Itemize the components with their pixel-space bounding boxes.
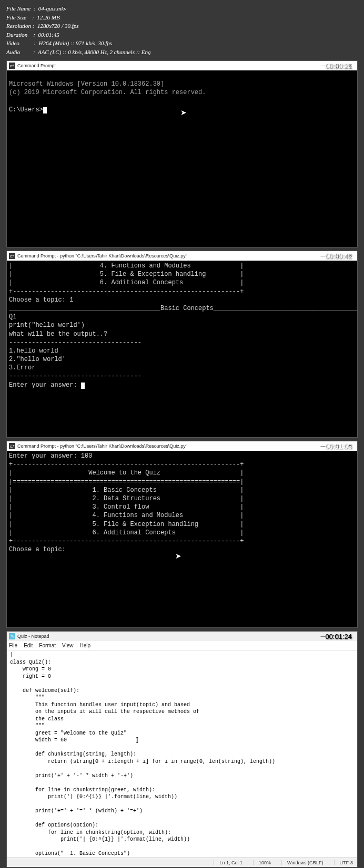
cmd-icon: c:\	[9, 63, 15, 69]
terminal-body[interactable]: Enter your answer: 100 +----------------…	[7, 451, 357, 555]
timestamp-overlay: 00:01:24	[325, 633, 352, 640]
status-position: Ln 1, Col 1	[214, 860, 242, 865]
terminal-body[interactable]: Microsoft Windows [Version 10.0.18362.30…	[7, 70, 357, 123]
status-eol: Windows (CRLF)	[281, 860, 323, 865]
status-encoding: UTF-8	[334, 860, 353, 865]
cursor-icon	[81, 383, 85, 389]
cmd-icon: c:\	[9, 443, 15, 449]
window-title: Quiz - Notepad	[17, 634, 316, 639]
window-title: Command Prompt - python "C:\Users\Tahir …	[17, 443, 316, 449]
text-caret-icon: I	[136, 736, 138, 745]
menu-edit[interactable]: Edit	[24, 643, 33, 648]
menu-view[interactable]: View	[62, 643, 74, 648]
timestamp-overlay: 00:01:03	[325, 442, 352, 450]
titlebar[interactable]: ✎ Quiz - Notepad — ◻ ✕	[7, 632, 357, 641]
status-zoom: 100%	[253, 860, 271, 865]
titlebar[interactable]: c:\ Command Prompt — ◻ ✕	[7, 61, 357, 70]
menu-help[interactable]: Help	[80, 643, 91, 648]
timestamp-overlay: 00:00:21	[325, 62, 352, 70]
menubar: File Edit Format View Help	[7, 641, 357, 650]
window-title: Command Prompt	[17, 63, 316, 68]
terminal-body[interactable]: | 4. Functions and Modules | | 5. File &…	[7, 261, 357, 390]
titlebar[interactable]: c:\ Command Prompt - python "C:\Users\Ta…	[7, 441, 357, 451]
titlebar[interactable]: c:\ Command Prompt - python "C:\Users\Ta…	[7, 251, 357, 261]
menu-file[interactable]: File	[9, 643, 17, 648]
video-metadata: File Name : 04-quiz.mkv File Size : 12.2…	[6, 4, 358, 56]
notepad-icon: ✎	[9, 633, 15, 639]
timestamp-overlay: 00:00:42	[325, 252, 352, 260]
cmd-icon: c:\	[9, 253, 15, 259]
cmd-window-2: c:\ Command Prompt - python "C:\Users\Ta…	[6, 251, 358, 438]
menu-format[interactable]: Format	[39, 643, 56, 648]
cursor-icon	[43, 107, 47, 113]
cmd-window-3: c:\ Command Prompt - python "C:\Users\Ta…	[6, 441, 358, 628]
statusbar: Ln 1, Col 1 100% Windows (CRLF) UTF-8	[7, 857, 357, 867]
editor-body[interactable]: | class Quiz(): wrong = 0 right = 0 def …	[7, 650, 357, 857]
notepad-window: ✎ Quiz - Notepad — ◻ ✕ 00:01:24 File Edi…	[6, 631, 358, 867]
cmd-window-1: c:\ Command Prompt — ◻ ✕ 00:00:21 Micros…	[6, 60, 358, 247]
window-title: Command Prompt - python "C:\Users\Tahir …	[17, 253, 316, 259]
